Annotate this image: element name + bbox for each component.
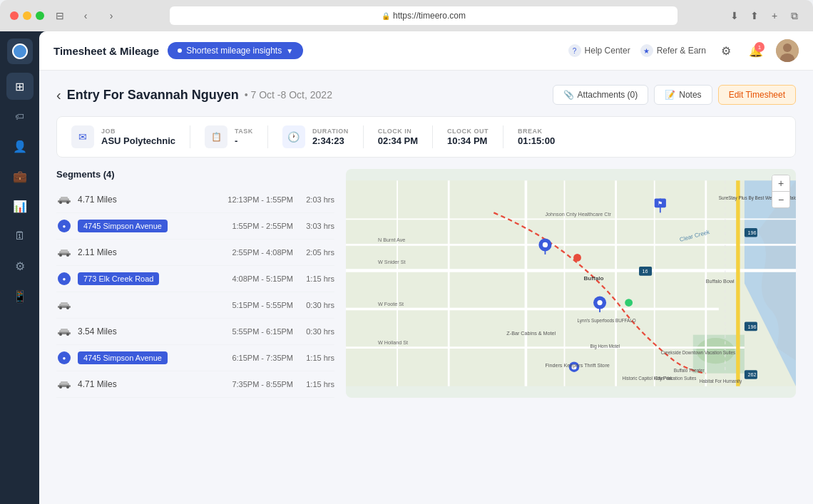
tabs-btn[interactable]: ⧉ bbox=[786, 9, 803, 23]
download-btn[interactable]: ⬇ bbox=[726, 9, 743, 23]
break-value: 01:15:00 bbox=[518, 135, 555, 146]
svg-rect-27 bbox=[61, 381, 68, 384]
sidebar-item-mobile[interactable]: 📱 bbox=[6, 282, 34, 309]
location-dot-3: ● bbox=[58, 351, 71, 364]
lock-icon: 🔒 bbox=[382, 12, 390, 20]
address-bar[interactable]: 🔒 https://timeero.com bbox=[170, 6, 678, 25]
segment-duration-6: 0:30 hrs bbox=[299, 327, 334, 336]
location-icon-2: ● bbox=[56, 271, 72, 287]
entry-date: • 7 Oct -8 Oct, 2022 bbox=[245, 89, 332, 101]
edit-timesheet-button[interactable]: Edit Timesheet bbox=[718, 85, 796, 105]
segment-duration-7: 1:15 hrs bbox=[299, 354, 334, 362]
new-tab-btn[interactable]: + bbox=[766, 9, 783, 23]
clockin-value: 02:34 PM bbox=[378, 135, 418, 146]
svg-text:196: 196 bbox=[747, 230, 756, 236]
sidebar-item-reports[interactable]: 📊 bbox=[6, 192, 34, 220]
segment-times-2: 1:55PM - 2:55PM bbox=[232, 222, 293, 230]
svg-text:Buffalo Theater: Buffalo Theater bbox=[674, 368, 705, 373]
fullscreen-dot[interactable] bbox=[36, 11, 44, 20]
user-avatar[interactable] bbox=[776, 39, 799, 62]
browser-sidebar-toggle[interactable]: ⊟ bbox=[50, 9, 70, 23]
badge-dropdown-icon: ▼ bbox=[286, 47, 293, 55]
sidebar-item-tags[interactable]: 🏷 bbox=[6, 103, 34, 130]
minimize-dot[interactable] bbox=[23, 11, 31, 20]
help-center-btn[interactable]: ? Help Center bbox=[568, 44, 630, 57]
sidebar-item-users[interactable]: 👤 bbox=[6, 133, 34, 160]
svg-text:Habitat For Humanity: Habitat For Humanity bbox=[700, 379, 742, 384]
segment-miles-1: 4.71 Miles bbox=[78, 195, 117, 205]
break-card: BREAK 01:15:00 bbox=[503, 125, 569, 148]
app-title: Timesheet & Mileage bbox=[53, 45, 159, 57]
svg-text:Big Horn Motel: Big Horn Motel bbox=[590, 344, 620, 349]
zoom-in-btn[interactable]: + bbox=[772, 175, 789, 191]
browser-back[interactable]: ‹ bbox=[76, 9, 96, 23]
svg-point-59 bbox=[597, 300, 602, 305]
avatar-image bbox=[776, 39, 799, 62]
share-btn[interactable]: ⬆ bbox=[746, 9, 763, 23]
refer-earn-btn[interactable]: ★ Refer & Earn bbox=[640, 44, 706, 57]
job-value: ASU Polytechnic bbox=[101, 135, 175, 146]
svg-point-11 bbox=[66, 254, 69, 257]
clockout-label: CLOCK OUT bbox=[447, 128, 489, 135]
segment-times-3: 2:55PM - 4:08PM bbox=[232, 248, 293, 257]
svg-text:W Snider St: W Snider St bbox=[378, 259, 405, 265]
segment-times-1: 12:13PM - 1:55PM bbox=[227, 195, 293, 204]
segments-list: Segments (4) 4.71 Miles 12:13PM - 1:55PM… bbox=[56, 169, 334, 398]
back-button[interactable]: ‹ bbox=[56, 87, 61, 103]
segment-duration-5: 0:30 hrs bbox=[299, 301, 334, 309]
svg-text:Finders Keepers Thrift Store: Finders Keepers Thrift Store bbox=[545, 362, 609, 369]
duration-icon: 🕐 bbox=[282, 125, 305, 148]
settings-btn[interactable]: ⚙ bbox=[716, 41, 736, 61]
svg-text:Lynn's Superfoods BUFFALO: Lynn's Superfoods BUFFALO bbox=[578, 318, 636, 324]
notes-button[interactable]: 📝 Notes bbox=[654, 85, 712, 105]
sidebar-item-schedule[interactable]: 🗓 bbox=[6, 222, 34, 250]
sidebar-item-settings[interactable]: ⚙ bbox=[6, 252, 34, 279]
entry-actions: 📎 Attachments (0) 📝 Notes Edit Timesheet bbox=[553, 85, 796, 105]
svg-rect-7 bbox=[61, 197, 68, 200]
svg-rect-17 bbox=[61, 302, 68, 305]
segment-row-7: ● 4745 Simpson Avenue 6:15PM - 7:35PM 1:… bbox=[56, 345, 334, 371]
note-icon: 📝 bbox=[665, 90, 675, 100]
help-icon: ? bbox=[568, 44, 581, 57]
sidebar-item-jobs[interactable]: 💼 bbox=[6, 163, 34, 190]
task-card: 📋 TASK - bbox=[190, 125, 268, 148]
job-card: ✉ JOB ASU Polytechnic bbox=[71, 125, 190, 148]
svg-point-25 bbox=[59, 386, 62, 389]
segments-title: Segments (4) bbox=[56, 169, 334, 180]
svg-point-64 bbox=[625, 299, 633, 307]
attachments-button[interactable]: 📎 Attachments (0) bbox=[553, 85, 649, 105]
svg-text:16: 16 bbox=[643, 268, 648, 274]
zoom-out-btn[interactable]: − bbox=[772, 192, 789, 207]
svg-point-15 bbox=[59, 307, 62, 309]
svg-point-63 bbox=[573, 254, 581, 262]
segment-address-2: 773 Elk Creek Road bbox=[78, 272, 159, 285]
browser-forward[interactable]: › bbox=[101, 9, 121, 23]
entry-header: ‹ Entry For Savannah Nguyen • 7 Oct -8 O… bbox=[56, 85, 796, 105]
segment-times-5: 5:15PM - 5:55PM bbox=[232, 301, 293, 309]
car-icon-5 bbox=[56, 376, 72, 392]
svg-point-16 bbox=[66, 307, 69, 309]
svg-text:Buffalo Bowl: Buffalo Bowl bbox=[706, 279, 735, 285]
segment-times-6: 5:55PM - 6:15PM bbox=[232, 327, 293, 336]
sidebar-item-dashboard[interactable]: ⊞ bbox=[6, 73, 34, 100]
location-dot-1: ● bbox=[58, 220, 71, 232]
url-text: https://timeero.com bbox=[393, 11, 466, 21]
segment-duration-2: 3:03 hrs bbox=[299, 222, 334, 230]
task-label: TASK bbox=[235, 128, 253, 135]
topbar: Timesheet & Mileage Shortest mileage ins… bbox=[39, 31, 813, 71]
svg-text:N Burnt Ave: N Burnt Ave bbox=[378, 237, 405, 243]
job-content: JOB ASU Polytechnic bbox=[101, 128, 175, 146]
svg-point-5 bbox=[59, 201, 62, 204]
mileage-insights-badge[interactable]: Shortest mileage insights ▼ bbox=[168, 42, 303, 59]
close-dot[interactable] bbox=[10, 11, 19, 20]
task-content: TASK - bbox=[235, 128, 253, 146]
notif-badge: 1 bbox=[755, 42, 765, 52]
duration-content: DURATION 2:34:23 bbox=[312, 128, 349, 146]
notifications-btn[interactable]: 🔔 1 bbox=[746, 41, 766, 61]
map-zoom-controls: + − bbox=[772, 175, 790, 208]
svg-rect-12 bbox=[61, 250, 68, 252]
segment-duration-3: 2:05 hrs bbox=[299, 248, 334, 257]
svg-point-21 bbox=[66, 333, 69, 336]
svg-text:⚑: ⚑ bbox=[658, 200, 663, 207]
map-container[interactable]: W Snider St N Burnt Ave W Foote St W Hol… bbox=[346, 169, 796, 398]
